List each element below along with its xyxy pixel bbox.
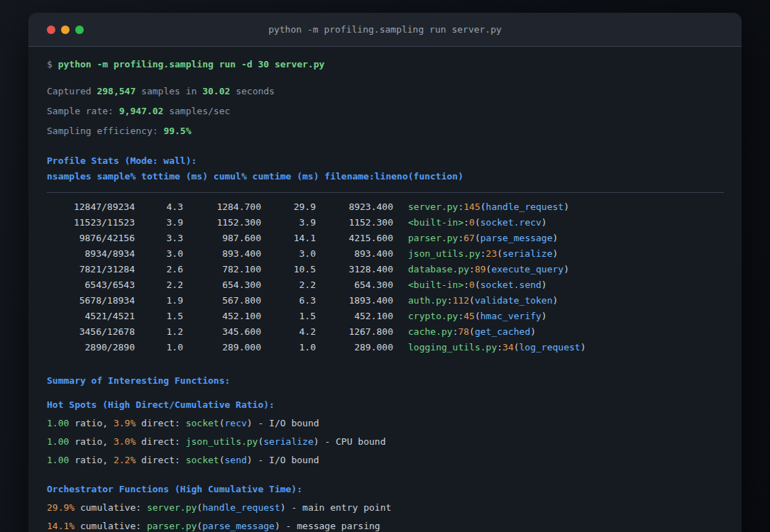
cell-cumul-pct: 14.1: [261, 231, 316, 246]
hot-location: socket(recv): [186, 418, 253, 428]
orch-location: server.py(handle_request): [147, 502, 286, 513]
line-number: 45: [463, 311, 475, 321]
hot-location: json_utils.py(serialize): [186, 436, 319, 447]
cell-nsamples: 4521/4521: [47, 309, 135, 324]
line-number: 145: [463, 201, 480, 212]
cell-cumtime: 4215.600: [316, 231, 393, 246]
cell-sample-pct: 1.5: [135, 309, 183, 324]
hot-spot-item: 1.00 ratio, 2.2% direct: socket(send) - …: [47, 453, 724, 468]
table-row: 12847/892344.31284.70029.98923.400server…: [47, 199, 724, 215]
cell-cumtime: 289.000: [316, 340, 393, 355]
function-name: recv: [225, 418, 247, 428]
rparen-token: ): [541, 279, 547, 290]
cell-cumtime: 452.100: [316, 309, 393, 324]
ratio-value: 1.00: [47, 436, 69, 447]
cell-location: database.py:89(execute_query): [408, 264, 569, 275]
direct-pct: 3.0%: [114, 436, 136, 447]
function-name: serialize: [263, 436, 313, 447]
file-name: server.py: [408, 201, 458, 212]
cell-tottime: 893.400: [183, 246, 261, 262]
cell-cumtime: 1893.400: [316, 293, 393, 309]
file-name: parser.py: [147, 521, 197, 531]
rparen-token: ): [247, 418, 253, 428]
summary-title: Summary of Interesting Functions:: [47, 373, 724, 389]
sample-rate-line: Sample rate: 9,947.02 samples/sec: [47, 104, 724, 119]
direct-pct: 2.2%: [114, 455, 136, 465]
colon-token: :: [469, 264, 475, 275]
ratio-label: ratio,: [75, 418, 108, 428]
close-button[interactable]: [47, 26, 55, 34]
efficiency-line: Sampling efficiency: 99.5%: [47, 123, 724, 139]
lparen-token: (: [197, 502, 202, 513]
efficiency-label: Sampling efficiency:: [47, 126, 158, 136]
hot-spots-title: Hot Spots (High Direct/Cumulative Ratio)…: [47, 397, 724, 413]
cell-sample-pct: 3.0: [135, 246, 183, 262]
cell-sample-pct: 4.3: [135, 199, 183, 215]
window-titlebar[interactable]: python -m profiling.sampling run server.…: [28, 13, 742, 47]
lparen-token: (: [475, 217, 480, 228]
lparen-token: (: [475, 279, 480, 290]
direct-pct: 3.9%: [114, 418, 136, 428]
ratio-value: 1.00: [47, 455, 69, 465]
file-name: socket: [186, 418, 219, 428]
cell-tottime: 987.600: [183, 231, 261, 246]
hot-spot-item: 1.00 ratio, 3.9% direct: socket(recv) - …: [47, 416, 724, 431]
cell-location: cache.py:78(get_cached): [408, 326, 536, 337]
rparen-token: ): [553, 233, 559, 243]
rparen-token: ): [563, 264, 569, 275]
function-name: handle_request: [486, 201, 564, 212]
table-row: 4521/45211.5452.1001.5452.100crypto.py:4…: [47, 309, 724, 324]
lparen-token: (: [469, 295, 475, 306]
role-note: - main entry point: [291, 502, 391, 513]
file-name: <built-in>: [408, 217, 463, 228]
table-row: 9876/421563.3987.60014.14215.600parser.p…: [47, 231, 724, 246]
cumulative-label: cumulative:: [80, 521, 141, 531]
lparen-token: (: [497, 248, 502, 259]
terminal-content[interactable]: $ python -m profiling.sampling run -d 30…: [28, 47, 742, 532]
cell-location: logging_utils.py:34(log_request): [408, 342, 585, 353]
cell-nsamples: 3456/12678: [47, 324, 135, 340]
function-name: socket.send: [480, 279, 541, 290]
cell-sample-pct: 3.9: [135, 215, 183, 231]
minimize-button[interactable]: [61, 26, 70, 34]
colon-token: :: [480, 248, 486, 259]
colon-token: :: [463, 217, 469, 228]
role-note: - message parsing: [286, 521, 380, 531]
rparen-token: ): [541, 311, 547, 321]
command-line: $ python -m profiling.sampling run -d 30…: [47, 57, 724, 72]
cell-location: <built-in>:0(socket.recv): [408, 217, 547, 228]
file-name: database.py: [408, 264, 469, 275]
rate-label: Sample rate:: [47, 106, 114, 116]
captured-duration-value: 30.02: [202, 86, 230, 96]
rate-unit: samples/sec: [169, 106, 230, 116]
line-number: 0: [469, 279, 475, 290]
hot-location: socket(send): [186, 455, 253, 465]
cumulative-pct: 29.9%: [47, 502, 75, 513]
line-number: 112: [453, 295, 469, 306]
cell-sample-pct: 3.3: [135, 231, 183, 246]
colon-token: :: [447, 295, 453, 306]
function-name: hmac_verify: [480, 311, 541, 321]
file-name: auth.py: [408, 295, 447, 306]
rparen-token: ): [563, 201, 569, 212]
cell-nsamples: 11523/11523: [47, 215, 135, 231]
cell-tottime: 567.800: [183, 293, 261, 309]
table-row: 7821/312842.6782.10010.53128.400database…: [47, 262, 724, 277]
function-name: log_request: [519, 342, 581, 353]
cell-cumul-pct: 29.9: [261, 199, 316, 215]
colon-token: :: [463, 279, 469, 290]
cell-tottime: 782.100: [183, 262, 261, 277]
cell-tottime: 345.600: [183, 324, 261, 340]
direct-label: direct:: [141, 455, 180, 465]
table-row: 3456/126781.2345.6004.21267.800cache.py:…: [47, 324, 724, 340]
cell-sample-pct: 1.2: [135, 324, 183, 340]
cell-nsamples: 6543/6543: [47, 277, 135, 293]
maximize-button[interactable]: [75, 26, 84, 34]
table-row: 2890/28901.0289.0001.0289.000logging_uti…: [47, 340, 724, 355]
traffic-lights: [47, 26, 111, 34]
cell-location: crypto.py:45(hmac_verify): [408, 311, 547, 321]
lparen-token: (: [197, 521, 202, 531]
line-number: 0: [469, 217, 475, 228]
table-row: 8934/89343.0893.4003.0893.400json_utils.…: [47, 246, 724, 262]
captured-line: Captured 298,547 samples in 30.02 second…: [47, 84, 724, 99]
